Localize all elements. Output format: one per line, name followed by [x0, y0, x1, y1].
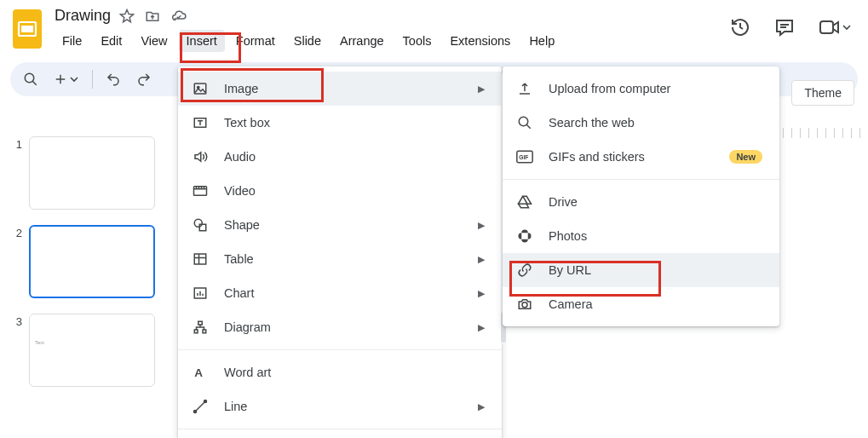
slide-number: 1: [10, 136, 22, 151]
menu-slide[interactable]: Slide: [286, 30, 329, 52]
image-submenu: Upload from computer Search the web GIF …: [503, 66, 779, 326]
comment-icon[interactable]: [774, 17, 795, 37]
link-icon: [516, 262, 533, 279]
gif-icon: GIF: [516, 148, 533, 165]
menu-label: Line: [224, 400, 247, 413]
diagram-icon: [192, 319, 209, 336]
menu-label: By URL: [549, 263, 591, 277]
doc-title[interactable]: Drawing: [55, 7, 111, 25]
menu-label: Video: [224, 184, 256, 198]
slides-logo: [10, 7, 44, 51]
menu-view[interactable]: View: [133, 30, 175, 52]
menubar: File Edit View Insert Format Slide Arran…: [55, 26, 562, 52]
image-upload-item[interactable]: Upload from computer: [503, 72, 779, 106]
theme-button[interactable]: Theme: [791, 80, 854, 106]
shape-icon: [192, 216, 209, 233]
textbox-icon: [192, 114, 209, 131]
image-camera-item[interactable]: Camera: [503, 287, 779, 321]
line-icon: [192, 398, 209, 415]
svg-point-9: [194, 219, 202, 227]
svg-point-18: [204, 401, 207, 403]
menu-label: Image: [224, 82, 258, 95]
new-slide-button[interactable]: [48, 66, 85, 93]
image-icon: [192, 80, 209, 97]
redo-button[interactable]: [130, 66, 158, 93]
svg-rect-11: [194, 254, 206, 264]
meet-button[interactable]: [819, 18, 851, 37]
menu-label: Audio: [224, 150, 256, 164]
insert-textbox-item[interactable]: Text box: [178, 106, 502, 140]
chevron-right-icon: ▶: [478, 401, 485, 412]
insert-audio-item[interactable]: Audio: [178, 140, 502, 174]
menu-arrange[interactable]: Arrange: [332, 30, 392, 52]
image-gifs-item[interactable]: GIF GIFs and stickers New: [503, 140, 779, 174]
svg-rect-10: [199, 224, 206, 231]
photos-icon: [516, 228, 533, 245]
menu-insert[interactable]: Insert: [179, 30, 225, 52]
insert-wordart-item[interactable]: A Word art: [178, 355, 502, 389]
svg-rect-3: [820, 21, 833, 33]
menu-label: Drive: [549, 195, 578, 209]
insert-chart-item[interactable]: Chart ▶: [178, 276, 502, 310]
svg-rect-15: [203, 330, 206, 333]
image-search-item[interactable]: Search the web: [503, 106, 779, 140]
title-area: Drawing File Edit View Insert Format Sli…: [55, 7, 562, 52]
undo-button[interactable]: [100, 66, 127, 93]
menu-help[interactable]: Help: [521, 30, 562, 52]
app-header: Drawing File Edit View Insert Format Sli…: [0, 0, 868, 52]
menu-label: Search the web: [549, 116, 635, 130]
search-menus-button[interactable]: [17, 66, 44, 93]
insert-diagram-item[interactable]: Diagram ▶: [178, 310, 502, 344]
chevron-right-icon: ▶: [478, 288, 485, 299]
menu-tools[interactable]: Tools: [395, 30, 440, 52]
search-icon: [516, 114, 533, 131]
star-icon[interactable]: [119, 9, 135, 24]
chevron-right-icon: ▶: [478, 322, 485, 333]
slide-number: 2: [10, 225, 22, 239]
menu-label: Camera: [549, 297, 593, 311]
insert-table-item[interactable]: Table ▶: [178, 242, 502, 276]
ruler: [783, 128, 868, 138]
svg-point-17: [194, 411, 197, 413]
header-actions: [730, 7, 858, 37]
menu-label: Chart: [224, 286, 254, 300]
insert-image-item[interactable]: Image ▶: [178, 72, 502, 106]
menu-label: Upload from computer: [549, 82, 670, 95]
image-photos-item[interactable]: Photos: [503, 219, 779, 253]
menu-file[interactable]: File: [55, 30, 89, 52]
menu-edit[interactable]: Edit: [93, 30, 129, 52]
menu-extensions[interactable]: Extensions: [442, 30, 518, 52]
svg-rect-13: [198, 321, 203, 325]
svg-text:GIF: GIF: [519, 154, 528, 160]
slide-thumb-3[interactable]: Text: [29, 314, 155, 387]
camera-icon: [516, 296, 533, 313]
new-badge: New: [729, 150, 762, 164]
insert-video-item[interactable]: Video: [178, 174, 502, 208]
menu-label: Text box: [224, 116, 270, 130]
image-byurl-item[interactable]: By URL: [503, 253, 779, 287]
insert-shape-item[interactable]: Shape ▶: [178, 208, 502, 242]
slide-panel: 1 2 3 Text: [10, 136, 155, 387]
image-drive-item[interactable]: Drive: [503, 185, 779, 219]
insert-line-item[interactable]: Line ▶: [178, 389, 502, 424]
svg-rect-5: [194, 84, 206, 94]
slide-thumb-1[interactable]: [29, 136, 155, 210]
history-icon[interactable]: [730, 17, 750, 37]
move-icon[interactable]: [145, 9, 160, 24]
menu-format[interactable]: Format: [228, 30, 283, 52]
svg-point-22: [522, 303, 527, 308]
video-icon: [192, 182, 209, 199]
svg-rect-2: [21, 26, 33, 32]
slide-number: 3: [10, 314, 22, 328]
drive-icon: [516, 193, 533, 210]
menu-label: Word art: [224, 366, 271, 379]
cloud-status-icon[interactable]: [170, 9, 187, 24]
menu-label: Photos: [549, 229, 587, 243]
chevron-right-icon: ▶: [478, 220, 485, 231]
wordart-icon: A: [192, 364, 209, 381]
menu-label: Table: [224, 252, 254, 266]
svg-rect-14: [194, 330, 198, 333]
chevron-right-icon: ▶: [478, 254, 485, 265]
svg-point-19: [519, 117, 528, 126]
slide-thumb-2[interactable]: [29, 225, 155, 298]
